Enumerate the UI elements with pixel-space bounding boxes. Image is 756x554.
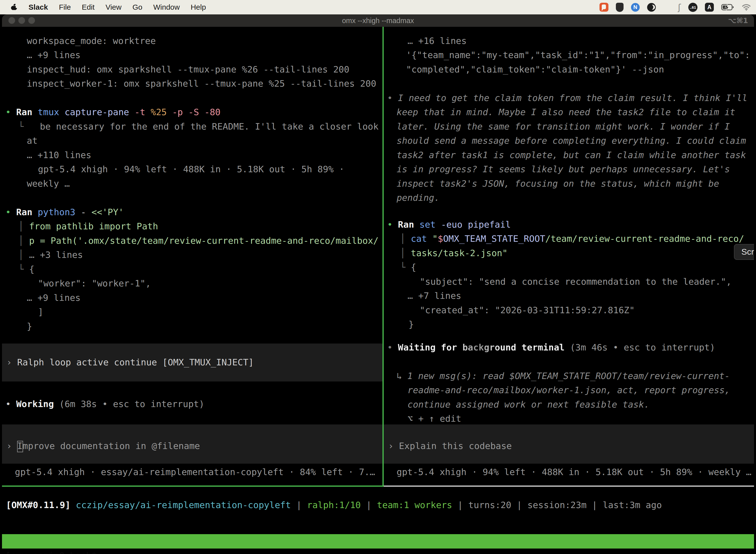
- terminal-text-segment: Ralph loop active continue [OMX_TMUX_INJ…: [17, 357, 254, 367]
- terminal-line: later. Using the same for transition mig…: [397, 119, 730, 134]
- prompt-suggestion-line[interactable]: › Explain this codebase: [388, 439, 512, 453]
- injected-prompt-line[interactable]: › Ralph loop active continue [OMX_TMUX_I…: [6, 355, 254, 370]
- terminal-text-segment: $: [438, 233, 443, 244]
- terminal-line: │ cat "$OMX_TEAM_STATE_ROOT/team/review-…: [400, 232, 744, 246]
- menu-items: FileEditViewGoWindowHelp: [59, 3, 217, 11]
- terminal-text-segment: ›: [6, 357, 17, 367]
- apple-logo-svg: [11, 3, 17, 11]
- terminal-text-segment: … +110 lines: [27, 150, 91, 160]
- menu-item-file[interactable]: File: [59, 3, 71, 11]
- usage-badge-icon[interactable]: ..61: [688, 3, 697, 12]
- terminal-text-segment: }: [408, 319, 414, 329]
- terminal-text-segment: tmux: [38, 107, 64, 117]
- pane-border-bottom-left: [2, 486, 382, 487]
- menu-bar-status-icons: N ʃ ..61 A: [600, 2, 756, 12]
- terminal-text-segment: └: [18, 264, 29, 274]
- pane-border-bottom-right: [384, 486, 754, 487]
- input-source-icon[interactable]: A: [705, 3, 714, 12]
- menu-bar-left: Slack FileEditViewGoWindowHelp: [0, 3, 217, 11]
- terminal-text-segment: (6m 38s • esc to interrupt): [54, 399, 204, 409]
- terminal-text-segment: {: [411, 262, 416, 272]
- dot-grid-icon[interactable]: [663, 4, 671, 11]
- terminal-text-segment: weekly …: [27, 178, 70, 189]
- terminal-text-segment: inspect_worker-1: omx sparkshell --tmux-…: [27, 78, 376, 89]
- battery-svg: [721, 4, 734, 10]
- terminal-line: gpt-5.4 xhigh · 94% left · 488K in · 5.1…: [38, 162, 344, 176]
- terminal-text-segment: -: [81, 207, 91, 217]
- terminal-text-segment: … +16 lines: [407, 36, 466, 46]
- terminal-line: • Ran set -euo pipefail: [387, 217, 511, 232]
- terminal-line: … +16 lines: [407, 34, 466, 48]
- hook-squiggle-icon[interactable]: ʃ: [678, 2, 681, 12]
- terminal-text-segment: (3m 46s • esc to interrupt): [565, 342, 715, 352]
- terminal-line: workspace_mode: worktree: [27, 34, 156, 48]
- terminal-text-segment: continue assigned work or next feasible …: [407, 399, 649, 409]
- menu-item-window[interactable]: Window: [153, 3, 180, 11]
- terminal-line: gpt-5.4 xhigh · 94% left · 488K in · 5.1…: [397, 465, 751, 479]
- status-segment: team:1 workers: [377, 500, 452, 510]
- terminal-text-segment: Ran: [16, 107, 38, 117]
- terminal-text-segment: %25: [150, 107, 172, 117]
- terminal-text-segment: │: [18, 250, 29, 260]
- terminal-text-segment: <<'PY': [91, 207, 124, 217]
- text-cursor: [17, 441, 23, 452]
- shield-grid-icon[interactable]: [616, 3, 624, 12]
- terminal-text-segment: … +3 lines: [29, 250, 83, 260]
- battery-charging-icon[interactable]: [721, 4, 734, 10]
- terminal-text-segment: -euo pipefail: [441, 219, 511, 230]
- terminal-line: … +9 lines: [27, 48, 81, 62]
- pane-divider-vertical[interactable]: [382, 27, 384, 487]
- tmux-session-label: [omx-cczip0:bash*: [5, 549, 97, 554]
- status-segment: |: [511, 500, 527, 510]
- slack-status-icon[interactable]: [600, 3, 609, 12]
- screen: { "menu_bar": { "app_name": "Slack", "it…: [0, 0, 756, 554]
- terminal-text-segment: "subject": "send a concise recommendatio…: [420, 277, 732, 287]
- terminal-line: weekly …: [27, 176, 70, 191]
- terminal-line: }: [408, 317, 414, 332]
- omx-status-line: [OMX#0.11.9] cczip/essay/ai-reimplementa…: [6, 498, 662, 512]
- status-segment: turns:20: [468, 500, 511, 510]
- blue-badge-icon[interactable]: N: [631, 3, 640, 12]
- terminal-line: task2 after task1 is complete, but can I…: [397, 148, 746, 162]
- terminal-line: • Working (6m 38s • esc to interrupt): [5, 397, 204, 411]
- terminal-text-segment: pending.: [397, 192, 440, 203]
- terminal-text-segment: │: [18, 221, 29, 231]
- terminal-text-segment: gpt-5.4 xhigh · 94% left · 488K in · 5.1…: [397, 467, 751, 477]
- menu-item-help[interactable]: Help: [191, 3, 206, 11]
- terminal-text-segment: gpt-5.4 xhigh · 94% left · 488K in · 5.1…: [38, 164, 344, 174]
- terminal-text-segment: └: [18, 121, 24, 131]
- terminal-text-segment: at: [27, 135, 38, 146]
- terminal-line: │ from pathlib import Path: [18, 219, 158, 233]
- prompt-input-line[interactable]: › Improve documentation in @filename: [6, 439, 200, 453]
- apple-menu-icon[interactable]: [11, 3, 17, 11]
- terminal-text-segment: Explain this codebase: [399, 441, 512, 451]
- terminal-line: │ p = Path('.omx/state/team/review-curre…: [18, 233, 378, 248]
- terminal-text-segment: "worker": "worker-1",: [38, 278, 151, 288]
- terminal-line: "subject": "send a concise recommendatio…: [420, 275, 732, 289]
- crescent-circle-icon[interactable]: [647, 3, 656, 12]
- right-terminal-pane[interactable]: … +16 lines'{"team_name":"my-team","task…: [384, 27, 754, 486]
- menu-item-edit[interactable]: Edit: [82, 3, 95, 11]
- status-segment: last:3m ago: [603, 500, 662, 510]
- terminal-text-segment: Waiting for background terminal: [398, 342, 565, 352]
- terminal-text-segment: from pathlib import Path: [29, 221, 158, 231]
- terminal-text-segment: … +9 lines: [27, 50, 81, 60]
- menu-item-go[interactable]: Go: [132, 3, 142, 11]
- terminal-line: '{"team_name":"my-team","task_id":"1","f…: [406, 48, 750, 62]
- window-titlebar[interactable]: omx --xhigh --madmax ⌥⌘1: [2, 14, 754, 27]
- wifi-icon[interactable]: [742, 4, 751, 11]
- terminal-line: inspect_worker-1: omx sparkshell --tmux-…: [27, 76, 376, 91]
- terminal-text-segment: └: [400, 262, 411, 272]
- left-terminal-pane[interactable]: workspace_mode: worktree… +9 linesinspec…: [2, 27, 382, 486]
- terminal-text-segment: task2 after task1 is complete, but can I…: [397, 150, 746, 160]
- terminal-text-segment: /team/review-current-readme-and-reco/: [545, 233, 744, 244]
- terminal-text-segment: ↳ 1 new msg(s): read $OMX_TEAM_STATE_ROO…: [397, 371, 730, 381]
- terminal-text-segment: •: [5, 399, 16, 409]
- status-segment: |: [586, 500, 603, 510]
- menu-app-name[interactable]: Slack: [28, 3, 48, 11]
- terminal-text-segment: Working: [16, 399, 54, 409]
- terminal-line: └ {: [400, 260, 416, 275]
- menu-item-view[interactable]: View: [106, 3, 121, 11]
- terminal-text-segment: gpt-5.4 xhigh · essay/ai-reimplementatio…: [15, 467, 375, 477]
- wifi-svg: [742, 4, 751, 11]
